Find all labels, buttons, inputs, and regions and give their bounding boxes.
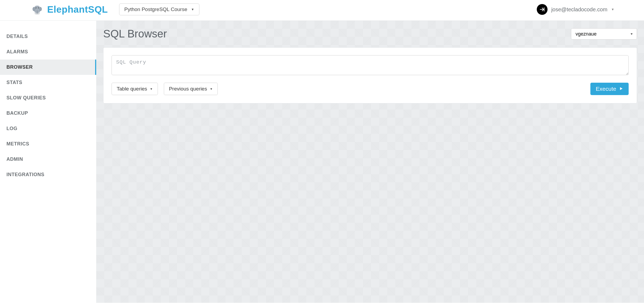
dropdown-label: Previous queries bbox=[169, 86, 207, 92]
brand[interactable]: ElephantSQL bbox=[31, 3, 108, 16]
sidebar-item-label: METRICS bbox=[6, 141, 29, 147]
svg-point-1 bbox=[33, 7, 36, 11]
top-bar: ElephantSQL Python PostgreSQL Course ▼ j… bbox=[0, 0, 644, 21]
layout: DETAILS ALARMS BROWSER STATS SLOW QUERIE… bbox=[0, 21, 644, 303]
sidebar: DETAILS ALARMS BROWSER STATS SLOW QUERIE… bbox=[0, 21, 96, 303]
sidebar-item-label: INTEGRATIONS bbox=[6, 172, 44, 177]
caret-down-icon: ▼ bbox=[210, 87, 213, 90]
caret-down-icon: ▼ bbox=[191, 8, 194, 11]
brand-name: ElephantSQL bbox=[47, 4, 108, 15]
previous-queries-dropdown[interactable]: Previous queries ▼ bbox=[164, 83, 218, 95]
execute-label: Execute bbox=[596, 86, 616, 92]
sidebar-item-label: SLOW QUERIES bbox=[6, 95, 46, 100]
sidebar-item-label: STATS bbox=[6, 80, 22, 85]
sidebar-item-admin[interactable]: ADMIN bbox=[0, 152, 96, 167]
sidebar-item-integrations[interactable]: INTEGRATIONS bbox=[0, 167, 96, 182]
project-selector[interactable]: Python PostgreSQL Course ▼ bbox=[119, 4, 199, 15]
page-title: SQL Browser bbox=[103, 28, 167, 40]
caret-down-icon: ▼ bbox=[611, 8, 614, 11]
dropdown-label: Table queries bbox=[117, 86, 147, 92]
play-icon bbox=[619, 86, 623, 92]
sidebar-item-slow-queries[interactable]: SLOW QUERIES bbox=[0, 90, 96, 106]
sidebar-item-label: LOG bbox=[6, 126, 18, 131]
sidebar-item-label: BACKUP bbox=[6, 110, 28, 116]
svg-point-4 bbox=[38, 8, 39, 8]
sidebar-item-metrics[interactable]: METRICS bbox=[0, 136, 96, 152]
sidebar-item-stats[interactable]: STATS bbox=[0, 75, 96, 90]
user-menu[interactable]: jose@tecladocode.com ▼ bbox=[537, 4, 614, 15]
page-header: SQL Browser vgeznaue bbox=[103, 28, 637, 40]
project-selector-label: Python PostgreSQL Course bbox=[124, 6, 187, 12]
user-avatar-icon bbox=[537, 4, 548, 15]
database-selector[interactable]: vgeznaue bbox=[571, 28, 637, 40]
sidebar-item-label: ADMIN bbox=[6, 156, 23, 162]
panel-actions: Table queries ▼ Previous queries ▼ Execu… bbox=[112, 83, 629, 95]
sql-query-input[interactable] bbox=[112, 55, 629, 75]
sidebar-item-browser[interactable]: BROWSER bbox=[0, 60, 96, 75]
sidebar-item-backup[interactable]: BACKUP bbox=[0, 106, 96, 121]
table-queries-dropdown[interactable]: Table queries ▼ bbox=[112, 83, 158, 95]
sidebar-item-alarms[interactable]: ALARMS bbox=[0, 44, 96, 60]
main-content: SQL Browser vgeznaue Table queries ▼ Pre… bbox=[96, 21, 644, 303]
query-panel: Table queries ▼ Previous queries ▼ Execu… bbox=[103, 47, 637, 103]
execute-button[interactable]: Execute bbox=[590, 83, 629, 95]
svg-point-3 bbox=[36, 8, 36, 8]
sidebar-item-label: BROWSER bbox=[6, 64, 33, 70]
caret-down-icon: ▼ bbox=[150, 87, 153, 90]
sidebar-item-log[interactable]: LOG bbox=[0, 121, 96, 136]
svg-point-2 bbox=[39, 7, 42, 11]
elephant-icon bbox=[31, 3, 43, 16]
sidebar-item-details[interactable]: DETAILS bbox=[0, 29, 96, 44]
sidebar-item-label: ALARMS bbox=[6, 49, 28, 54]
sidebar-item-label: DETAILS bbox=[6, 34, 28, 39]
user-email: jose@tecladocode.com bbox=[551, 6, 607, 13]
